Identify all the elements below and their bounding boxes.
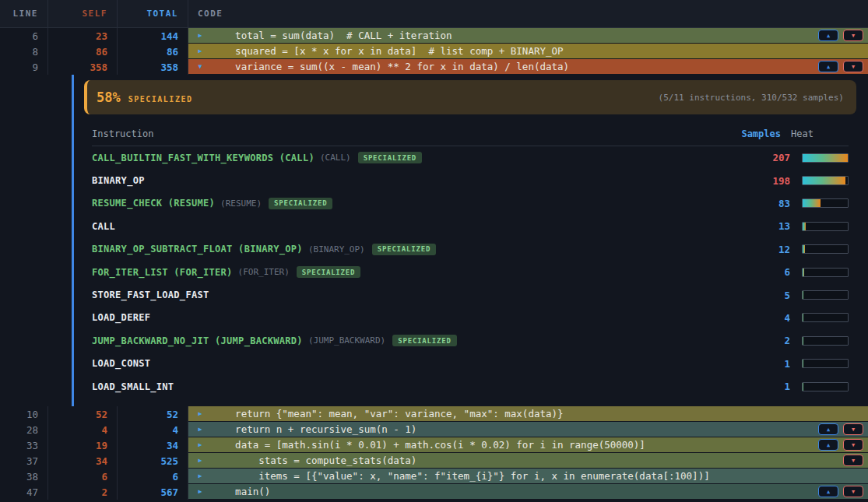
collapse-icon[interactable]: ▼	[188, 63, 212, 70]
col-header-heat: Heat	[791, 128, 849, 139]
jump-down-button[interactable]: ▼	[843, 30, 863, 41]
code-text: total = sum(data) # CALL + iteration	[212, 30, 452, 41]
expand-icon[interactable]: ▶	[188, 457, 212, 464]
specialization-panel: 58% SPECIALIZED (5/11 instructions, 310/…	[72, 75, 868, 406]
heat-bar-fill	[803, 269, 804, 276]
heat-bar-fill	[803, 314, 803, 321]
self-samples: 6	[48, 469, 118, 484]
summary-left: 58% SPECIALIZED	[97, 90, 192, 105]
instruction-row: LOAD_SMALL_INT1	[92, 375, 849, 398]
code-row: 2844▶ return n + recursive_sum(n - 1)▲▼	[0, 422, 868, 437]
expand-icon[interactable]: ▶	[188, 47, 212, 54]
instruction-name: BINARY_OP	[92, 175, 145, 186]
code-rows-bottom: 105252▶ return {"mean": mean, "var": var…	[0, 406, 868, 500]
total-samples: 34	[118, 437, 188, 453]
table-header: LINE SELF TOTAL CODE	[0, 0, 868, 28]
jump-down-button[interactable]: ▼	[843, 455, 863, 466]
self-samples: 4	[48, 422, 118, 437]
code-cell: ▶ data = [math.sin(i * 0.01) + math.cos(…	[188, 437, 868, 453]
expand-icon[interactable]: ▶	[188, 426, 212, 433]
expand-icon[interactable]: ▶	[188, 441, 212, 448]
code-text: items = [{"value": x, "name": f"item_{i}…	[212, 470, 710, 482]
col-header-total: TOTAL	[118, 0, 188, 27]
instruction-base-name: (FOR_ITER)	[238, 267, 290, 277]
instruction-row: FOR_ITER_LIST (FOR_ITER)(FOR_ITER)SPECIA…	[92, 261, 849, 283]
heat-bar	[802, 244, 849, 254]
code-cell: ▶ items = [{"value": x, "name": f"item_{…	[188, 469, 868, 484]
specialized-percent: 58%	[97, 90, 121, 105]
instruction-name: LOAD_DEREF	[92, 312, 150, 323]
instruction-row: LOAD_DEREF4	[92, 307, 849, 329]
instruction-row: LOAD_CONST1	[92, 353, 849, 375]
code-cell: ▶ squared = [x * x for x in data] # list…	[188, 44, 868, 59]
nav-buttons: ▼	[843, 455, 863, 466]
instruction-table-header: Instruction Samples Heat	[92, 122, 849, 146]
self-samples: 34	[48, 453, 118, 469]
nav-buttons: ▲▼	[818, 30, 863, 41]
expand-icon[interactable]: ▶	[188, 472, 212, 479]
samples-count: 207	[736, 152, 790, 163]
self-samples: 86	[48, 44, 118, 59]
samples-count: 198	[736, 175, 790, 187]
code-row: 105252▶ return {"mean": mean, "var": var…	[0, 406, 868, 422]
heat-bar-fill	[803, 223, 806, 230]
instruction-name-group: BINARY_OP	[92, 175, 736, 186]
code-text: squared = [x * x for x in data] # list c…	[212, 45, 564, 57]
jump-down-button[interactable]: ▼	[843, 486, 863, 497]
col-header-samples: Samples	[726, 128, 781, 139]
heat-bar-fill	[803, 199, 821, 207]
instruction-row: BINARY_OP_SUBTRACT_FLOAT (BINARY_OP)(BIN…	[92, 238, 849, 261]
samples-count: 4	[736, 312, 790, 324]
code-cell: ▶ stats = compute_stats(data)▼	[188, 453, 868, 469]
jump-up-button[interactable]: ▲	[818, 30, 838, 41]
jump-up-button[interactable]: ▲	[818, 423, 838, 435]
heat-bar-fill	[803, 291, 803, 299]
code-row: 88686▶ squared = [x * x for x in data] #…	[0, 44, 868, 59]
expand-icon[interactable]: ▶	[188, 32, 212, 39]
heat-bar	[802, 176, 849, 185]
samples-count: 1	[736, 381, 790, 392]
instruction-row: STORE_FAST_LOAD_FAST5	[92, 283, 849, 306]
code-text: variance = sum((x - mean) ** 2 for x in …	[212, 61, 569, 72]
jump-down-button[interactable]: ▼	[843, 61, 863, 72]
code-cell: ▶ return n + recursive_sum(n - 1)▲▼	[188, 422, 868, 437]
instruction-name-group: LOAD_DEREF	[92, 312, 736, 323]
total-samples: 52	[118, 406, 188, 422]
heat-bar	[802, 268, 849, 277]
instruction-base-name: (BINARY_OP)	[308, 244, 365, 255]
specialized-badge: SPECIALIZED	[392, 335, 456, 346]
heat-bar	[802, 359, 849, 368]
total-samples: 6	[118, 469, 188, 484]
instruction-name: FOR_ITER_LIST (FOR_ITER)	[92, 267, 233, 278]
jump-up-button[interactable]: ▲	[818, 439, 838, 451]
jump-up-button[interactable]: ▲	[818, 61, 838, 72]
nav-buttons: ▲▼	[818, 439, 863, 451]
instruction-row: JUMP_BACKWARD_NO_JIT (JUMP_BACKWARD)(JUM…	[92, 329, 849, 352]
expand-icon[interactable]: ▶	[188, 488, 212, 495]
code-text: return {"mean": mean, "var": variance, "…	[212, 408, 564, 420]
jump-down-button[interactable]: ▼	[843, 439, 863, 451]
heat-bar	[802, 382, 849, 391]
instruction-name: JUMP_BACKWARD_NO_JIT (JUMP_BACKWARD)	[92, 335, 303, 346]
heat-bar	[802, 153, 849, 163]
instruction-table: Instruction Samples Heat CALL_BUILTIN_FA…	[84, 122, 856, 398]
instruction-name: STORE_FAST_LOAD_FAST	[92, 290, 209, 300]
instruction-name: BINARY_OP_SUBTRACT_FLOAT (BINARY_OP)	[92, 244, 303, 255]
instruction-name: RESUME_CHECK (RESUME)	[92, 198, 215, 209]
jump-up-button[interactable]: ▲	[818, 486, 838, 497]
heat-bar-fill	[803, 245, 805, 253]
total-samples: 144	[118, 28, 188, 44]
line-number: 10	[0, 406, 48, 422]
code-row: 9358358▼ variance = sum((x - mean) ** 2 …	[0, 59, 868, 75]
jump-down-button[interactable]: ▼	[843, 423, 863, 435]
code-text: main()	[212, 486, 270, 497]
heat-bar	[802, 198, 849, 208]
expand-icon[interactable]: ▶	[188, 410, 212, 417]
instruction-name: CALL	[92, 221, 115, 232]
col-header-instruction: Instruction	[92, 128, 726, 139]
code-cell: ▶ return {"mean": mean, "var": variance,…	[188, 406, 868, 422]
heat-bar	[802, 222, 849, 231]
line-number: 8	[0, 44, 48, 59]
line-number: 47	[0, 484, 48, 500]
instruction-name-group: BINARY_OP_SUBTRACT_FLOAT (BINARY_OP)(BIN…	[92, 244, 736, 255]
